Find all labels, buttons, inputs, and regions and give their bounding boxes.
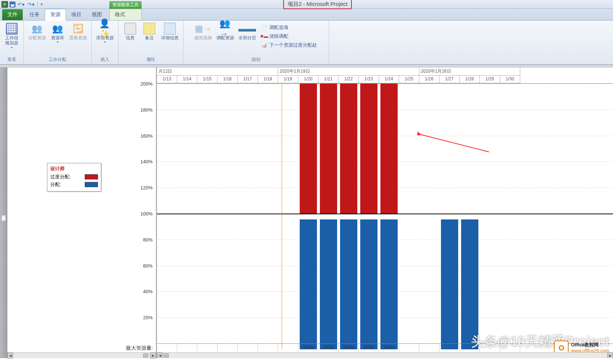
tab-format[interactable]: 格式 (109, 9, 142, 20)
save-icon[interactable] (10, 1, 15, 7)
qat-dropdown-icon[interactable]: ▼ (40, 3, 43, 6)
info-card-icon (124, 23, 136, 34)
peak-cell (439, 344, 460, 352)
details-button[interactable]: 详细信息 (160, 22, 180, 41)
scroll-left-icon[interactable]: ◀ (157, 353, 163, 358)
allocation-bar (380, 219, 398, 349)
y-tick: 80% (143, 237, 153, 242)
view-bar[interactable]: 资源图表 (0, 68, 7, 358)
overallocation-bar (380, 84, 398, 214)
peak-cell (500, 344, 520, 352)
timescale: 月12日2020年1月19日2020年1月26日 1/131/141/151/1… (157, 68, 613, 84)
legend: 设计师 过度分配: 分配: (47, 163, 101, 192)
y-tick: 120% (141, 185, 153, 190)
scroll-right-icon[interactable]: ▶ (607, 353, 613, 358)
legend-over-swatch (85, 174, 98, 179)
allocation-bar (461, 219, 478, 349)
right-pane: 月12日2020年1月19日2020年1月26日 1/131/141/151/1… (157, 68, 613, 358)
peak-cell: 200% (339, 344, 359, 352)
undo-icon[interactable]: ↶▾ (17, 1, 25, 7)
tab-resource[interactable]: 资源 (45, 9, 66, 21)
window-title: 项目2 - Microsoft Project (283, 0, 352, 9)
quick-access-toolbar: P ↶▾ ↷▾ ▼ 项目2 - Microsoft Project (0, 0, 613, 9)
level-resource-button[interactable]: 👥→ 调配资源 (215, 22, 236, 41)
peak-cell (218, 344, 238, 352)
information-button[interactable]: 信息 (121, 22, 139, 41)
y-tick: 160% (141, 133, 153, 138)
timescale-weeks: 月12日2020年1月19日2020年1月26日 (157, 68, 613, 76)
allocation-bar (320, 219, 337, 349)
person-add-icon: 👤✨ (99, 23, 111, 34)
add-resources-button[interactable]: 👤✨ 添加资源 (95, 22, 115, 44)
redo-icon[interactable]: ↷▾ (27, 1, 35, 7)
legend-over: 过度分配: (50, 174, 98, 180)
tab-file[interactable]: 文件 (2, 9, 23, 20)
day-header: 1/27 (439, 76, 460, 83)
tab-task[interactable]: 任务 (24, 9, 45, 20)
people-swap-icon: 🔁 (72, 23, 84, 34)
day-header: 1/28 (460, 76, 480, 83)
day-header: 1/15 (197, 76, 218, 83)
day-header: 1/21 (318, 76, 339, 83)
week-header: 2020年1月26日 (419, 68, 520, 76)
grid-icon (6, 23, 18, 34)
day-header: 1/18 (258, 76, 278, 83)
left-scrollbar[interactable]: ◀ ▶ (7, 352, 156, 358)
peak-cell (460, 344, 480, 352)
main-area: 资源图表 设计师 过度分配: 分配: 最大资源量: ◀ ▶ 200%180%16… (0, 68, 613, 358)
clear-leveling-button[interactable]: ✖▬ 清除调配 (259, 32, 319, 40)
ribbon-group-view: 工作组 规划器 查看 (0, 21, 24, 64)
legend-alloc-swatch (85, 182, 98, 187)
day-header: 1/16 (218, 76, 238, 83)
overallocation-bar (300, 84, 317, 214)
plot-area (157, 84, 613, 349)
tab-project[interactable]: 项目 (66, 9, 87, 20)
overallocation-bar (360, 84, 377, 214)
resource-pool-button[interactable]: 👥 资源库 (49, 22, 66, 44)
week-header: 月12日 (157, 68, 278, 76)
timescale-days: 1/131/141/151/161/171/181/191/201/211/22… (157, 76, 613, 83)
peak-cell: 200% (318, 344, 339, 352)
people-link-icon: 👥 (52, 23, 63, 34)
leveling-options-button[interactable]: 📄 调配选项 (259, 23, 319, 32)
notes-button[interactable]: 备注 (141, 22, 158, 41)
day-header: 1/19 (278, 76, 298, 83)
ribbon-tabs: 文件 任务 资源 项目 视图 资源图表工具 格式 (0, 9, 613, 21)
day-header: 1/24 (379, 76, 399, 83)
y-tick: 100% (141, 211, 153, 216)
peak-cell (480, 344, 500, 352)
peak-cell (258, 344, 278, 352)
ribbon: 工作组 规划器 查看 👥 分配资源 👥 资源库 🔁 置换资源 工作分配 👤✨ (0, 21, 613, 65)
y-tick: 60% (143, 263, 153, 268)
pane-splitter[interactable] (0, 65, 613, 68)
level-all-button[interactable]: ▬▬ 全部分层 (237, 22, 258, 41)
peak-cell (197, 344, 218, 352)
team-planner-button[interactable]: 工作组 规划器 (3, 22, 21, 50)
scroll-left-icon[interactable]: ◀ (7, 353, 13, 358)
next-overallocation-button[interactable]: 📊 下一个资源过度分配处 (259, 41, 319, 49)
legend-title: 设计师 (50, 165, 98, 172)
day-header: 1/26 (419, 76, 439, 83)
right-scrollbar[interactable]: ◀ ▶ (157, 352, 613, 358)
peak-cell (278, 344, 298, 352)
y-tick: 200% (141, 81, 153, 87)
level-selection-button[interactable]: ▦→ 级别选择 (193, 22, 214, 41)
peak-cell (177, 344, 197, 352)
peak-cell (157, 344, 177, 352)
level-all-icon: ▬▬ (241, 23, 253, 34)
context-group-label: 资源图表工具 (109, 1, 142, 9)
peak-cell: 200% (379, 344, 399, 352)
app-icon: P (1, 1, 8, 8)
y-tick: 20% (143, 315, 153, 320)
next-icon: 📊 (261, 42, 267, 48)
level-options-list: 📄 调配选项 ✖▬ 清除调配 📊 下一个资源过度分配处 (259, 22, 319, 49)
substitute-resources-button[interactable]: 🔁 置换资源 (68, 22, 88, 41)
week-header: 2020年1月19日 (278, 68, 419, 76)
ribbon-group-insert: 👤✨ 添加资源 插入 (92, 21, 118, 64)
allocation-bar (300, 219, 317, 349)
day-header: 1/22 (339, 76, 359, 83)
day-header: 1/17 (238, 76, 258, 83)
left-pane: 设计师 过度分配: 分配: 最大资源量: ◀ ▶ 200%180%160%140… (7, 68, 157, 358)
scroll-thumb[interactable] (164, 353, 169, 358)
assign-resources-button[interactable]: 👥 分配资源 (27, 22, 47, 41)
